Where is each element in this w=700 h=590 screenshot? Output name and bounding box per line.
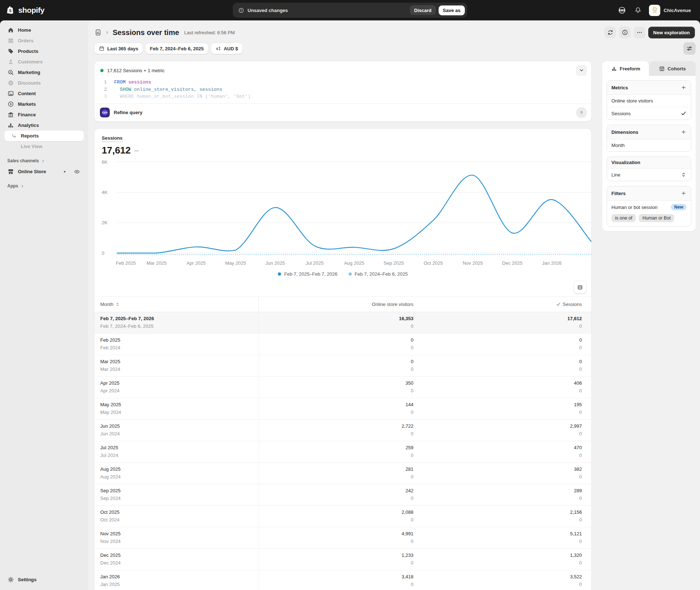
metric-item-online-store-visitors[interactable]: Online store visitors	[607, 95, 691, 107]
table-display-button[interactable]	[574, 281, 586, 294]
table-row[interactable]: Dec 2025Dec 20241,23301,3200	[94, 549, 591, 570]
svg-text:Dec 2025: Dec 2025	[502, 260, 522, 266]
report-card: Sessions 17,612 – 02K4K6KFeb 2025Mar 202…	[94, 129, 591, 590]
table-row[interactable]: Nov 2025Nov 20244,99105,1210	[94, 527, 591, 549]
query-line-2[interactable]: 2 SHOW online_store_visitors, sessions	[100, 86, 586, 93]
line-number: 1	[100, 79, 107, 86]
line-number: 2	[100, 86, 107, 93]
sidebar-item-label: Live View	[21, 144, 42, 149]
filter-chip-is-one-of[interactable]: is one of	[611, 214, 636, 222]
refine-query-label[interactable]: Refine query	[114, 110, 572, 115]
currency-pill[interactable]: $ AUD $	[211, 43, 242, 54]
shopify-bag-icon: S	[6, 5, 16, 15]
legend-item[interactable]: Feb 7, 2024–Feb 6, 2025	[349, 271, 408, 277]
table-header: Month Online store visitors Sessions	[94, 296, 591, 312]
submit-query-button[interactable]	[576, 107, 587, 118]
collapse-query-button[interactable]	[576, 65, 587, 76]
svg-text:Oct 2025: Oct 2025	[424, 260, 443, 266]
filter-row[interactable]: Human or bot session New	[607, 201, 691, 214]
column-header-visitors[interactable]: Online store visitors	[259, 297, 423, 312]
orders-icon	[7, 37, 14, 44]
dimension-item-month[interactable]: Month	[607, 139, 691, 151]
sidebar-nav: HomeOrdersProductsCustomersMarketingDisc…	[4, 25, 84, 152]
sessions-line-chart[interactable]: 02K4K6KFeb 2025Mar 2025Apr 2025May 2025J…	[102, 158, 584, 270]
info-button[interactable]	[619, 27, 631, 38]
table-row[interactable]: Jul 2025Jul 202425904700	[94, 441, 591, 463]
table-row[interactable]: Feb 2025Feb 20240000	[94, 334, 591, 355]
legend-item[interactable]: Feb 7, 2025–Feb 7, 2026	[278, 271, 337, 277]
svg-text:$: $	[216, 47, 218, 51]
sidebar-item-home[interactable]: Home	[4, 25, 84, 35]
currency-swap-icon: $	[215, 46, 221, 51]
new-exploration-button[interactable]: New exploration	[648, 27, 695, 38]
caret-updown-icon	[681, 172, 687, 178]
metrics-title: Metrics	[611, 85, 628, 90]
chevron-right-icon	[41, 159, 46, 163]
sort-icon[interactable]	[115, 302, 120, 307]
shopify-wordmark: shopify	[18, 6, 44, 15]
query-line-3[interactable]: 3 WHERE human_or_bot_session IN ('human'…	[100, 93, 586, 100]
last-refreshed: Last refreshed: 6:56 PM	[184, 30, 235, 35]
sidebar-item-discounts: Discounts	[4, 78, 84, 88]
line-number: 3	[100, 93, 107, 100]
table-row[interactable]: Sep 2025Sep 202424202890	[94, 484, 591, 506]
more-actions-button[interactable]	[634, 27, 645, 38]
refresh-report-button[interactable]	[604, 27, 616, 38]
column-header-sessions[interactable]: Sessions	[423, 297, 591, 312]
table-row[interactable]: Jan 2026Jan 20253,41803,5220	[94, 570, 591, 590]
add-dimension-button[interactable]	[680, 128, 688, 136]
metric-item-sessions[interactable]: Sessions	[607, 107, 691, 120]
sales-channels-header[interactable]: Sales channels	[7, 158, 81, 163]
products-icon	[7, 48, 14, 55]
toggle-config-panel-button[interactable]	[683, 42, 696, 55]
table-row[interactable]: Mar 2025Mar 20240000	[94, 355, 591, 377]
dimensions-title: Dimensions	[611, 129, 638, 135]
save-as-button[interactable]: Save as	[439, 5, 465, 15]
gear-icon	[7, 576, 14, 583]
query-line-1[interactable]: 1FROM sessions	[100, 79, 586, 86]
visualization-select[interactable]: Line	[607, 168, 691, 181]
sidebar-item-content[interactable]: Content	[4, 88, 84, 99]
freeform-icon	[611, 66, 617, 72]
table-row[interactable]: May 2025May 202414401950	[94, 398, 591, 420]
column-header-month[interactable]: Month	[94, 297, 259, 312]
tab-freeform[interactable]: Freeform	[602, 61, 649, 76]
sidebar-item-online-store[interactable]: Online Store •	[4, 166, 84, 177]
sidebar-item-live-view[interactable]: Live View	[4, 141, 84, 152]
sidebar-item-reports[interactable]: Reports	[4, 131, 84, 141]
notifications-button[interactable]	[632, 4, 644, 16]
date-preset-pill[interactable]: Last 365 days	[94, 43, 143, 54]
date-range-pill[interactable]: Feb 7, 2024–Feb 6, 2025	[145, 43, 208, 54]
unsaved-changes-label: Unsaved changes	[248, 8, 288, 13]
sidekick-avatar-icon	[100, 108, 110, 117]
svg-text:Jun 2025: Jun 2025	[265, 260, 285, 266]
sidebar-item-settings[interactable]: Settings	[4, 574, 84, 585]
svg-text:Aug 2025: Aug 2025	[344, 260, 365, 266]
sidebar-item-finance[interactable]: Finance	[4, 109, 84, 120]
sidekick-button[interactable]	[616, 4, 628, 16]
sidebar: HomeOrdersProductsCustomersMarketingDisc…	[0, 20, 88, 590]
add-filter-button[interactable]	[680, 189, 688, 197]
apps-header[interactable]: Apps	[7, 183, 81, 189]
table-row[interactable]: Feb 7, 2025–Feb 7, 2026Feb 7, 2024–Feb 6…	[94, 312, 591, 334]
table-row[interactable]: Aug 2025Aug 202428103820	[94, 463, 591, 484]
table-row[interactable]: Apr 2025Apr 202435004060	[94, 377, 591, 398]
sidebar-item-markets[interactable]: $Markets	[4, 99, 84, 109]
sidebar-item-products[interactable]: Products	[4, 46, 84, 57]
online-store-status-dot: •	[64, 170, 66, 174]
discard-button[interactable]: Discard	[410, 5, 436, 15]
filter-chip-human-or-bot[interactable]: Human or Bot	[639, 214, 674, 222]
view-store-button[interactable]	[73, 168, 81, 176]
table-row[interactable]: Oct 2025Oct 20242,08802,1560	[94, 506, 591, 527]
query-editor[interactable]: 1FROM sessions2 SHOW online_store_visito…	[94, 77, 591, 104]
sidebar-item-marketing[interactable]: Marketing	[4, 67, 84, 78]
tab-cohorts[interactable]: Cohorts	[649, 61, 696, 76]
chart-metric-label[interactable]: Sessions	[102, 135, 122, 142]
svg-text:2K: 2K	[102, 220, 108, 225]
account-menu[interactable]: ChicAvenue	[648, 4, 694, 17]
check-icon	[556, 302, 561, 307]
table-row[interactable]: Jun 2025Jun 20242,72202,9970	[94, 420, 591, 441]
sidebar-item-analytics[interactable]: Analytics	[4, 120, 84, 131]
add-metric-button[interactable]	[680, 84, 688, 92]
svg-text:Nov 2025: Nov 2025	[463, 260, 483, 266]
